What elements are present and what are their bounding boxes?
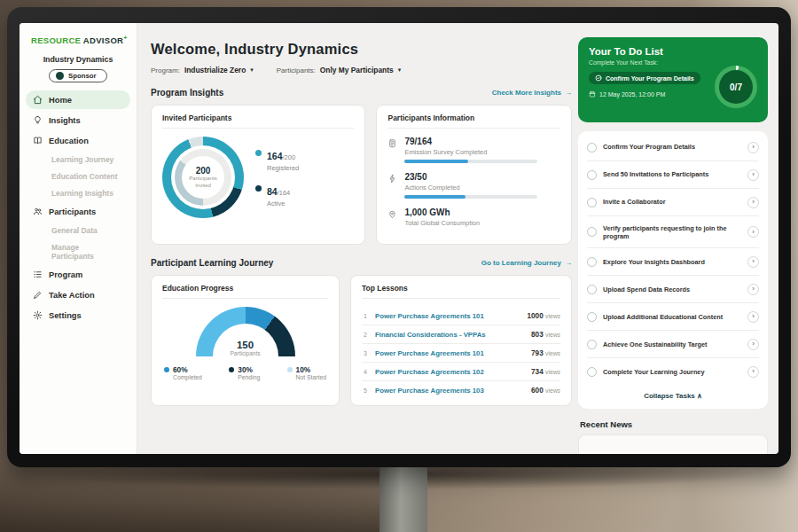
donut-center-label: Participants Invited — [185, 176, 221, 189]
task-chevron-icon[interactable]: › — [747, 366, 759, 378]
sidebar-item-education[interactable]: Education — [26, 131, 130, 150]
task-row[interactable]: Upload Spend Data Records › — [587, 276, 759, 303]
task-checkbox[interactable] — [587, 312, 597, 322]
page-title: Welcome, Industry Dynamics — [151, 41, 572, 58]
card-title: Invited Participants — [162, 113, 354, 129]
sidebar-item-label: Home — [49, 96, 72, 105]
todo-progress-value: 0/7 — [730, 82, 742, 92]
sidebar-item-take-action[interactable]: Take Action — [26, 286, 130, 304]
task-checkbox[interactable] — [587, 170, 597, 180]
stat-emission-survey: 79/164 Emission Survey Completed — [387, 137, 560, 163]
lesson-link[interactable]: Power Purchase Agreements 103 — [375, 387, 525, 395]
recent-news-title: Recent News — [580, 419, 766, 429]
task-row[interactable]: Send 50 Invitations to Participants › — [587, 161, 759, 189]
tasks-list-card: Confirm Your Program Details › Send 50 I… — [578, 131, 768, 409]
arrow-right-icon: → — [565, 89, 572, 97]
todo-subtitle: Complete Your Next Task: — [589, 59, 757, 66]
section-title: Participant Learning Journey — [151, 258, 273, 268]
lesson-link[interactable]: Power Purchase Agreements 102 — [375, 368, 525, 376]
task-row[interactable]: Achieve One Sustainability Target › — [587, 331, 759, 358]
org-name: Industry Dynamics — [20, 55, 137, 64]
check-circle-icon — [595, 74, 602, 82]
lesson-link[interactable]: Financial Considerations - VPPAs — [375, 331, 525, 339]
legend-item-not-started: 10% Not Started — [287, 365, 326, 380]
lightning-icon — [387, 174, 397, 184]
check-more-insights-link[interactable]: Check More Insights → — [492, 89, 572, 97]
task-chevron-icon[interactable]: › — [747, 169, 759, 181]
card-title: Education Progress — [162, 284, 328, 299]
lesson-link[interactable]: Power Purchase Agreements 101 — [375, 349, 525, 357]
pencil-icon — [33, 290, 43, 300]
filters-row: Program: Industrialize Zero ▾ Participan… — [151, 66, 572, 74]
sidebar-item-general-data[interactable]: General Data — [26, 222, 130, 239]
task-row[interactable]: Upload Additional Educational Content › — [587, 303, 759, 331]
sidebar-item-home[interactable]: Home — [26, 90, 130, 109]
task-chevron-icon[interactable]: › — [747, 256, 759, 268]
task-checkbox[interactable] — [587, 143, 597, 153]
chevron-down-icon: ▾ — [398, 66, 402, 74]
go-to-learning-journey-link[interactable]: Go to Learning Journey → — [481, 259, 572, 267]
dashboard-screen: RESOURCE ADVISOR+ Industry Dynamics Spon… — [20, 23, 778, 454]
sponsor-badge[interactable]: Sponsor — [49, 69, 107, 82]
task-chevron-icon[interactable]: › — [747, 142, 759, 153]
sidebar-item-learning-insights[interactable]: Learning Insights — [26, 184, 130, 201]
lesson-link[interactable]: Power Purchase Agreements 101 — [375, 312, 521, 320]
list-icon — [33, 270, 43, 279]
sponsor-label: Sponsor — [68, 72, 97, 80]
task-chevron-icon[interactable]: › — [747, 197, 759, 208]
sidebar-item-insights[interactable]: Insights — [26, 111, 130, 129]
task-checkbox[interactable] — [587, 227, 597, 237]
task-row[interactable]: Verify participants requesting to join t… — [587, 216, 759, 248]
legend-item-registered: 164/200 Registered — [255, 147, 299, 172]
sponsor-icon — [56, 72, 64, 80]
task-row[interactable]: Explore Your Insights Dashboard › — [587, 248, 759, 276]
sidebar-item-label: Settings — [49, 311, 82, 320]
sidebar-item-label: Program — [49, 270, 82, 279]
task-chevron-icon[interactable]: › — [747, 311, 759, 323]
todo-panel: Your To Do List Complete Your Next Task:… — [578, 37, 768, 454]
invited-participants-donut-chart: 200 Participants Invited — [162, 137, 244, 218]
donut-legend: 164/200 Registered 84/164 Active — [255, 147, 299, 207]
sidebar-item-settings[interactable]: Settings — [26, 306, 130, 325]
legend-dot-not-started — [287, 367, 293, 372]
education-progress-gauge-chart: 150 Participants — [196, 307, 295, 356]
logo-plus: + — [123, 35, 127, 41]
sidebar: RESOURCE ADVISOR+ Industry Dynamics Spon… — [20, 23, 137, 454]
participants-select[interactable]: Participants: Only My Participants ▾ — [277, 66, 401, 74]
task-checkbox[interactable] — [587, 257, 597, 267]
task-chevron-icon[interactable]: › — [747, 339, 759, 350]
collapse-tasks-link[interactable]: Collapse Tasks ∧ — [587, 385, 759, 406]
task-checkbox[interactable] — [587, 367, 597, 377]
sidebar-item-program[interactable]: Program — [26, 265, 130, 284]
next-task-pill[interactable]: Confirm Your Program Details — [589, 72, 700, 84]
task-checkbox[interactable] — [587, 340, 597, 349]
task-checkbox[interactable] — [587, 198, 597, 207]
chevron-up-icon: ∧ — [697, 392, 702, 400]
sidebar-item-label: Participants — [49, 207, 96, 216]
lesson-row: 2 Financial Considerations - VPPAs 803 v… — [362, 325, 560, 344]
legend-item-active: 84/164 Active — [255, 183, 299, 207]
lesson-row: 4 Power Purchase Agreements 102 734 view… — [362, 363, 560, 381]
sidebar-item-learning-journey[interactable]: Learning Journey — [26, 151, 130, 168]
task-checkbox[interactable] — [587, 285, 597, 294]
task-chevron-icon[interactable]: › — [747, 284, 759, 295]
gear-icon — [33, 310, 43, 320]
todo-summary-card: Your To Do List Complete Your Next Task:… — [578, 37, 768, 122]
sidebar-item-participants[interactable]: Participants — [26, 202, 130, 221]
top-lessons-card: Top Lessons 1 Power Purchase Agreements … — [350, 275, 572, 406]
sidebar-item-education-content[interactable]: Education Content — [26, 168, 130, 184]
education-progress-card: Education Progress 150 Participants 60% — [151, 275, 340, 406]
program-select[interactable]: Program: Industrialize Zero ▾ — [151, 66, 254, 74]
home-icon — [33, 95, 43, 105]
legend-item-pending: 30% Pending — [229, 365, 260, 380]
task-row[interactable]: Complete Your Learning Journey › — [587, 358, 759, 385]
sidebar-item-manage-participants[interactable]: Manage Participants — [26, 239, 130, 264]
task-chevron-icon[interactable]: › — [747, 226, 759, 238]
gauge-center-label: Participants — [231, 350, 261, 356]
task-row[interactable]: Invite a Collaborator › — [587, 189, 759, 216]
task-row[interactable]: Confirm Your Program Details › — [587, 134, 759, 161]
insights-cards-row: Invited Participants 200 Participants In… — [151, 105, 572, 245]
actions-completed-progress-bar — [404, 195, 537, 199]
legend-dot-pending — [229, 367, 234, 372]
donut-center-value: 200 — [196, 166, 211, 176]
